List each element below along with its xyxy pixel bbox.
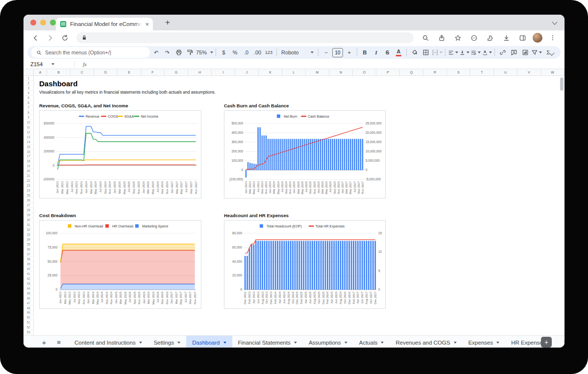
row-header-20[interactable]: 20 xyxy=(24,169,33,174)
column-header-L[interactable]: L xyxy=(282,69,306,75)
row-header-5[interactable]: 5 xyxy=(24,96,33,100)
extension-plus-button[interactable]: + xyxy=(541,337,552,348)
row-header-9[interactable]: 9 xyxy=(24,115,33,120)
row-header-14[interactable]: 14 xyxy=(24,140,33,145)
row-header-32[interactable]: 32 xyxy=(24,227,33,232)
row-header-48[interactable]: 48 xyxy=(24,306,33,311)
row-header-2[interactable]: 2 xyxy=(24,81,33,86)
name-box[interactable]: Z154 xyxy=(24,61,68,67)
row-header-29[interactable]: 29 xyxy=(24,213,33,218)
row-header-47[interactable]: 47 xyxy=(24,301,33,306)
row-header-30[interactable]: 30 xyxy=(24,218,33,223)
zoom-select[interactable]: 75% xyxy=(196,47,213,58)
chevron-down-icon[interactable] xyxy=(552,19,557,25)
column-header-D[interactable]: D xyxy=(94,69,118,75)
row-header-7[interactable]: 7 xyxy=(24,105,33,110)
paint-format-icon[interactable] xyxy=(185,47,195,58)
insert-chart-icon[interactable] xyxy=(520,47,530,58)
row-header-44[interactable]: 44 xyxy=(24,286,33,291)
row-header-3[interactable]: 3 xyxy=(24,86,33,91)
row-header-42[interactable]: 42 xyxy=(24,276,33,281)
increase-font-size-button[interactable]: + xyxy=(344,47,354,58)
row-header-19[interactable]: 19 xyxy=(24,164,33,169)
column-header-V[interactable]: V xyxy=(517,69,541,75)
row-header-40[interactable]: 40 xyxy=(24,267,33,272)
extensions-puzzle-icon[interactable] xyxy=(484,32,496,44)
column-header-O[interactable]: O xyxy=(353,69,376,75)
column-header-Q[interactable]: Q xyxy=(400,69,423,75)
select-all-corner[interactable] xyxy=(24,69,34,75)
row-header-21[interactable]: 21 xyxy=(24,174,33,178)
reload-icon[interactable] xyxy=(59,32,71,44)
kebab-menu-icon[interactable] xyxy=(547,32,559,44)
menu-search-input[interactable]: Search the menus (Option+/) xyxy=(31,47,150,58)
profile-circle-icon[interactable] xyxy=(468,32,480,44)
row-header-17[interactable]: 17 xyxy=(24,154,33,159)
row-header-15[interactable]: 15 xyxy=(24,145,33,150)
column-header-F[interactable]: F xyxy=(141,69,165,75)
fullscreen-window-button[interactable] xyxy=(50,20,56,25)
row-header-52[interactable]: 52 xyxy=(24,325,33,330)
sheet-tab-assumptions[interactable]: Assumptions xyxy=(303,336,353,348)
row-header-24[interactable]: 24 xyxy=(24,188,33,193)
text-rotation-icon[interactable]: A xyxy=(482,47,492,58)
column-header-E[interactable]: E xyxy=(118,69,141,75)
row-header-41[interactable]: 41 xyxy=(24,272,33,276)
column-header-W[interactable]: W xyxy=(541,69,564,75)
decrease-decimal-button[interactable]: .0 xyxy=(241,47,251,58)
row-header-16[interactable]: 16 xyxy=(24,150,33,154)
profile-avatar[interactable] xyxy=(533,33,542,43)
back-icon[interactable] xyxy=(29,32,41,44)
column-header-R[interactable]: R xyxy=(423,69,447,75)
row-header-25[interactable]: 25 xyxy=(24,193,33,198)
chart-cost-breakdown[interactable]: 100,00075,00050,00025,0000Jan 2023Mar 20… xyxy=(39,220,201,309)
column-header-K[interactable]: K xyxy=(259,69,282,75)
row-header-23[interactable]: 23 xyxy=(24,183,33,188)
insert-link-icon[interactable] xyxy=(497,47,508,58)
decrease-font-size-button[interactable]: − xyxy=(321,47,331,58)
format-percent-button[interactable]: % xyxy=(230,47,240,58)
chart-headcount-hr-expenses[interactable]: 80,00060,00040,00020,0000151050Dec 2022F… xyxy=(224,220,386,309)
row-header-1[interactable]: 1 xyxy=(24,76,33,81)
all-sheets-menu-icon[interactable]: ≡ xyxy=(53,337,65,348)
increase-decimal-button[interactable]: .00 xyxy=(252,47,263,58)
sheet-tab-revenues-and-cogs[interactable]: Revenues and COGS xyxy=(390,336,462,348)
column-header-A[interactable]: A xyxy=(34,69,47,75)
row-header-53[interactable]: 53 xyxy=(24,330,33,335)
minimize-window-button[interactable] xyxy=(40,20,46,25)
column-header-N[interactable]: N xyxy=(329,69,353,75)
column-header-T[interactable]: T xyxy=(470,69,494,75)
address-bar[interactable] xyxy=(76,32,414,43)
row-header-12[interactable]: 12 xyxy=(24,130,33,135)
row-header-38[interactable]: 38 xyxy=(24,257,33,262)
share-icon[interactable] xyxy=(436,32,447,44)
row-header-34[interactable]: 34 xyxy=(24,237,33,242)
row-header-26[interactable]: 26 xyxy=(24,198,33,203)
row-header-45[interactable]: 45 xyxy=(24,291,33,296)
download-icon[interactable] xyxy=(500,32,512,44)
side-panel-icon[interactable] xyxy=(516,32,528,44)
row-header-35[interactable]: 35 xyxy=(24,242,33,247)
search-icon[interactable] xyxy=(419,32,431,44)
column-header-H[interactable]: H xyxy=(188,69,212,75)
sheet-tab-dashboard[interactable]: Dashboard xyxy=(186,336,232,348)
fill-color-icon[interactable] xyxy=(409,47,419,58)
chart-cash-burn-balance[interactable]: 500,000400,000300,000200,000100,0000(100… xyxy=(224,110,386,199)
format-currency-button[interactable]: $ xyxy=(219,47,229,58)
row-header-49[interactable]: 49 xyxy=(24,311,33,316)
row-header-11[interactable]: 11 xyxy=(24,125,33,130)
row-header-36[interactable]: 36 xyxy=(24,247,33,252)
sheet-tab-actuals[interactable]: Actuals xyxy=(353,336,390,348)
horizontal-align-icon[interactable] xyxy=(448,47,458,58)
merge-cells-icon[interactable] xyxy=(432,47,442,58)
row-header-6[interactable]: 6 xyxy=(24,100,33,105)
row-header-22[interactable]: 22 xyxy=(24,178,33,183)
row-header-43[interactable]: 43 xyxy=(24,281,33,286)
column-header-M[interactable]: M xyxy=(306,69,329,75)
spreadsheet-grid[interactable]: 1234567891011121314151617181920212223242… xyxy=(24,76,564,335)
strikethrough-button[interactable]: S xyxy=(382,47,392,58)
row-header-46[interactable]: 46 xyxy=(24,296,33,301)
row-header-28[interactable]: 28 xyxy=(24,208,33,213)
tab-close-icon[interactable]: × xyxy=(145,21,149,27)
sheet-tab-expenses[interactable]: Expenses xyxy=(463,336,506,348)
